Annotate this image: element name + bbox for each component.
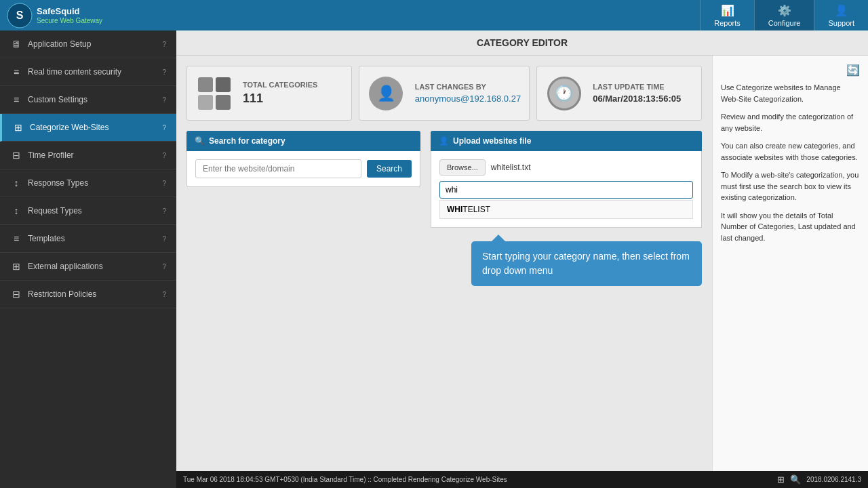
sidebar-item-restriction-policies[interactable]: ⊟ Restriction Policies ? (0, 281, 176, 308)
application-setup-icon: 🖥 (10, 39, 22, 49)
upload-file-row: Browse... whitelist.txt (439, 159, 693, 176)
logo-name: SafeSquid (37, 6, 102, 17)
sidebar-help-restriction-policies[interactable]: ? (162, 291, 166, 298)
upload-dropdown-item[interactable]: WHITELIST (439, 200, 693, 219)
status-bar: Tue Mar 06 2018 18:04:53 GMT+0530 (India… (176, 471, 868, 488)
upload-header-icon: 👤 (439, 136, 449, 146)
support-icon: 👤 (835, 4, 848, 17)
search-body: Search (186, 151, 420, 187)
search-section: 🔍 Search for category Search (186, 131, 420, 276)
sidebar-label-application-setup: Application Setup (28, 39, 157, 49)
logo-subtitle: Secure Web Gateway (37, 17, 102, 24)
info-para-3: You can also create new categories, and … (721, 140, 860, 163)
reports-icon: 📊 (721, 4, 734, 17)
search-row: Search (195, 159, 412, 178)
status-icon-2[interactable]: 🔍 (790, 474, 801, 485)
categorize-icon: ⊞ (12, 122, 24, 133)
sidebar-item-external-applications[interactable]: ⊞ External applications ? (0, 253, 176, 281)
sidebar-label-time-profiler: Time Profiler (28, 150, 157, 160)
upload-section: 👤 Upload websites file Browse... whiteli… (431, 131, 702, 286)
sidebar-help-templates[interactable]: ? (162, 235, 166, 243)
request-types-icon: ↕ (10, 205, 22, 216)
sidebar-item-response-types[interactable]: ↕ Response Types ? (0, 169, 176, 197)
tooltip-container: Start typing your category name, then se… (471, 241, 702, 286)
sidebar-help-time-profiler[interactable]: ? (162, 152, 166, 159)
sidebar-help-application-setup[interactable]: ? (162, 41, 166, 48)
sidebar-label-templates: Templates (28, 234, 157, 243)
last-update-icon-area: 🕐 (545, 75, 583, 112)
upload-filename: whitelist.txt (491, 163, 531, 172)
nav-item-support[interactable]: 👤 Support (814, 0, 868, 30)
tooltip-text: Start typing your category name, then se… (482, 251, 690, 276)
total-categories-value: 111 (243, 92, 317, 106)
total-categories-icon-area (195, 75, 233, 112)
sidebar-label-restriction-policies: Restriction Policies (28, 289, 157, 299)
logo-area: S SafeSquid Secure Web Gateway (0, 3, 109, 28)
main-panel: TOTAL CATEGORIES 111 👤 LAST CHANGES BY a… (176, 56, 712, 471)
time-profiler-icon: ⊟ (10, 150, 22, 161)
last-update-label: LAST UPDATE TIME (593, 83, 681, 91)
content-body: TOTAL CATEGORIES 111 👤 LAST CHANGES BY a… (176, 56, 868, 471)
sidebar-help-request-types[interactable]: ? (162, 207, 166, 215)
real-time-icon: ≡ (10, 66, 22, 77)
total-categories-label: TOTAL CATEGORIES (243, 81, 317, 89)
dropdown-rest: TELIST (462, 205, 490, 214)
tooltip-arrow (492, 235, 505, 241)
last-changes-value: anonymous@192.168.0.27 (415, 94, 521, 104)
browse-button[interactable]: Browse... (439, 159, 486, 176)
sidebar-label-request-types: Request Types (28, 206, 157, 216)
sidebar-help-real-time[interactable]: ? (162, 68, 166, 76)
clock-icon: 🕐 (547, 77, 581, 110)
last-changes-label: LAST CHANGES BY (415, 83, 521, 91)
sidebar-label-categorize: Categorize Web-Sites (30, 123, 157, 132)
page-content: CATEGORY EDITOR (176, 30, 868, 488)
last-changes-icon-area: 👤 (368, 75, 405, 112)
dropdown-highlight: WHI (447, 205, 462, 214)
info-para-4: To Modify a web-site's categorization, y… (721, 169, 860, 203)
sidebar-help-custom-settings[interactable]: ? (162, 96, 166, 104)
upload-header: 👤 Upload websites file (431, 131, 702, 151)
sidebar-label-response-types: Response Types (28, 178, 157, 188)
sidebar-item-templates[interactable]: ≡ Templates ? (0, 225, 176, 253)
search-input[interactable] (195, 159, 361, 178)
search-header: 🔍 Search for category (186, 131, 420, 151)
sidebar-item-custom-settings[interactable]: ≡ Custom Settings ? (0, 86, 176, 114)
status-left: Tue Mar 06 2018 18:04:53 GMT+0530 (India… (183, 476, 507, 483)
tooltip-box: Start typing your category name, then se… (471, 241, 702, 286)
search-header-icon: 🔍 (195, 136, 205, 146)
info-para-5: It will show you the details of Total Nu… (721, 210, 860, 244)
sidebar-item-application-setup[interactable]: 🖥 Application Setup ? (0, 30, 176, 58)
restriction-policies-icon: ⊟ (10, 289, 22, 300)
user-icon: 👤 (369, 77, 403, 110)
sidebar-help-categorize[interactable]: ? (162, 124, 166, 131)
stat-card-total-categories: TOTAL CATEGORIES 111 (186, 66, 352, 121)
nav-item-reports[interactable]: 📊 Reports (700, 0, 754, 30)
main-area: 🖥 Application Setup ? ≡ Real time conten… (0, 30, 868, 488)
nav-label-configure: Configure (768, 19, 801, 27)
search-upload-area: 🔍 Search for category Search (186, 131, 702, 286)
page-title: CATEGORY EDITOR (176, 30, 868, 56)
upload-search-input[interactable] (439, 181, 693, 199)
info-panel: 🔄 Use Categorize websites to Manage Web-… (712, 56, 868, 471)
top-nav: S SafeSquid Secure Web Gateway 📊 Reports… (0, 0, 868, 30)
response-types-icon: ↕ (10, 178, 22, 188)
nav-item-configure[interactable]: ⚙️ Configure (754, 0, 814, 30)
sidebar-item-time-profiler[interactable]: ⊟ Time Profiler ? (0, 142, 176, 169)
search-button[interactable]: Search (367, 160, 412, 178)
sidebar-help-response-types[interactable]: ? (162, 180, 166, 187)
upload-body: Browse... whitelist.txt WHITELIST (431, 151, 702, 228)
nav-label-reports: Reports (714, 19, 741, 27)
nav-items: 📊 Reports ⚙️ Configure 👤 Support (700, 0, 868, 30)
status-right: 2018.0206.2141.3 (806, 476, 861, 483)
sidebar-label-external-apps: External applications (28, 262, 157, 271)
sidebar-item-real-time-content[interactable]: ≡ Real time content security ? (0, 58, 176, 86)
info-para-2: Review and modify the categorization of … (721, 111, 860, 134)
svg-text:S: S (16, 9, 24, 21)
sidebar-item-request-types[interactable]: ↕ Request Types ? (0, 197, 176, 225)
status-icon-1[interactable]: ⊞ (777, 474, 785, 485)
refresh-icon[interactable]: 🔄 (846, 64, 860, 77)
sidebar-help-external-apps[interactable]: ? (162, 263, 166, 270)
search-header-label: Search for category (209, 136, 285, 146)
sidebar-label-real-time: Real time content security (28, 67, 157, 77)
sidebar-item-categorize-web-sites[interactable]: ⊞ Categorize Web-Sites ? (0, 114, 176, 142)
